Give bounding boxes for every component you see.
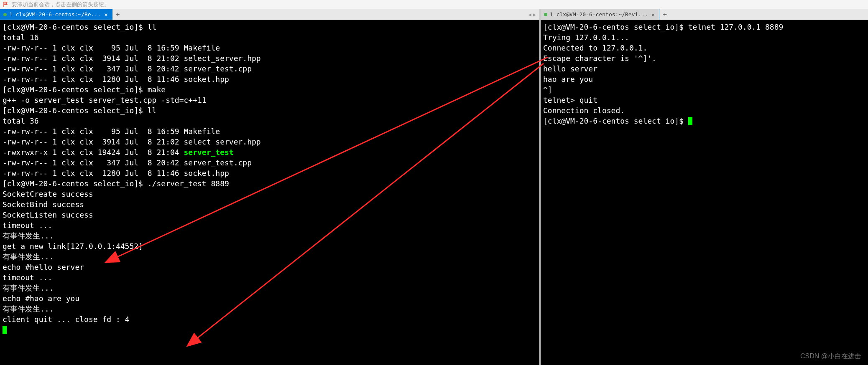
terminal-line: timeout ... bbox=[3, 272, 537, 283]
prev-tab-icon[interactable]: ◀ bbox=[528, 12, 531, 18]
terminal-line: [clx@VM-20-6-centos select_io]$ telnet 1… bbox=[543, 22, 865, 32]
tabbar-spacer bbox=[123, 9, 528, 20]
terminal-line: echo #hao are you bbox=[3, 293, 537, 304]
top-hint-bar: 要添加当前会话，点击左侧的箭头按钮。 bbox=[0, 0, 868, 9]
cursor-icon bbox=[3, 326, 7, 334]
new-tab-button[interactable]: + bbox=[659, 9, 670, 20]
terminal-text: hao are you bbox=[543, 75, 593, 84]
terminal-line: -rw-rw-r-- 1 clx clx 1280 Jul 8 11:46 so… bbox=[3, 168, 537, 178]
terminal-line: client quit ... close fd : 4 bbox=[3, 314, 537, 324]
status-dot-icon bbox=[3, 13, 7, 16]
terminal-line: 有事件发生... bbox=[3, 231, 537, 241]
terminal-line: -rwxrwxr-x 1 clx clx 19424 Jul 8 21:04 s… bbox=[3, 147, 537, 157]
terminal-text: Escape character is '^]'. bbox=[543, 54, 656, 63]
terminal-line: total 16 bbox=[3, 32, 537, 43]
next-tab-icon[interactable]: ▶ bbox=[533, 12, 536, 18]
terminal-line: [clx@VM-20-6-centos select_io]$ make bbox=[3, 84, 537, 95]
terminal-text: [clx@VM-20-6-centos select_io]$ ll bbox=[3, 106, 156, 115]
right-terminal[interactable]: [clx@VM-20-6-centos select_io]$ telnet 1… bbox=[541, 20, 868, 365]
terminal-text: [clx@VM-20-6-centos select_io]$ make bbox=[3, 85, 166, 94]
tab-right-session-1[interactable]: 1 clx@VM-20-6-centos:~/Revi... × bbox=[541, 9, 659, 20]
terminal-text: [clx@VM-20-6-centos select_io]$ ./server… bbox=[3, 179, 229, 188]
terminal-line: timeout ... bbox=[3, 220, 537, 231]
terminal-text: SocketBind success bbox=[3, 200, 84, 209]
terminal-text: -rw-rw-r-- 1 clx clx 347 Jul 8 20:42 ser… bbox=[3, 158, 252, 167]
terminal-text: timeout ... bbox=[3, 273, 52, 282]
terminal-text: -rw-rw-r-- 1 clx clx 95 Jul 8 16:59 Make… bbox=[3, 43, 220, 52]
terminal-line: -rw-rw-r-- 1 clx clx 347 Jul 8 20:42 ser… bbox=[3, 157, 537, 168]
left-terminal[interactable]: [clx@VM-20-6-centos select_io]$ lltotal … bbox=[0, 20, 539, 365]
tab-nav-arrows: ◀ ▶ bbox=[528, 9, 539, 20]
terminal-line: -rw-rw-r-- 1 clx clx 347 Jul 8 20:42 ser… bbox=[3, 63, 537, 74]
terminal-text: g++ -o server_test server_test.cpp -std=… bbox=[3, 96, 207, 104]
terminal-text: -rw-rw-r-- 1 clx clx 347 Jul 8 20:42 ser… bbox=[3, 64, 252, 73]
terminal-text: [clx@VM-20-6-centos select_io]$ telnet 1… bbox=[543, 23, 783, 31]
terminal-text: 有事件发生... bbox=[3, 304, 54, 313]
tab-label: 1 clx@VM-20-6-centos:~/Revi... bbox=[550, 11, 648, 18]
terminal-line: -rw-rw-r-- 1 clx clx 95 Jul 8 16:59 Make… bbox=[3, 43, 537, 53]
terminal-text: total 16 bbox=[3, 33, 39, 42]
terminal-line: 有事件发生... bbox=[3, 251, 537, 262]
terminal-text: timeout ... bbox=[3, 221, 52, 230]
terminal-line: 有事件发生... bbox=[3, 283, 537, 293]
tab-close-button[interactable]: × bbox=[103, 11, 108, 18]
terminal-text: telnet> quit bbox=[543, 96, 597, 104]
terminal-line: Connection closed. bbox=[543, 105, 865, 116]
terminal-text: -rw-rw-r-- 1 clx clx 3914 Jul 8 21:02 se… bbox=[3, 54, 261, 63]
terminal-text: 有事件发生... bbox=[3, 284, 54, 292]
terminal-text: [clx@VM-20-6-centos select_io]$ bbox=[543, 117, 688, 125]
terminal-text: Connection closed. bbox=[543, 106, 625, 115]
terminal-text: total 36 bbox=[3, 117, 39, 125]
terminal-line: Escape character is '^]'. bbox=[543, 53, 865, 63]
terminal-line: [clx@VM-20-6-centos select_io]$ ./server… bbox=[3, 178, 537, 189]
terminal-text: 有事件发生... bbox=[3, 231, 54, 240]
terminal-line: SocketCreate success bbox=[3, 189, 537, 199]
tab-left-session-1[interactable]: 1 clx@VM-20-6-centos:~/Re... × bbox=[0, 9, 112, 20]
terminal-text: ^] bbox=[543, 85, 552, 94]
terminal-line: -rw-rw-r-- 1 clx clx 3914 Jul 8 21:02 se… bbox=[3, 137, 537, 147]
terminal-line: Trying 127.0.0.1... bbox=[543, 32, 865, 43]
terminal-line: ^] bbox=[543, 84, 865, 95]
terminal-text: client quit ... close fd : 4 bbox=[3, 315, 129, 324]
terminal-line: g++ -o server_test server_test.cpp -std=… bbox=[3, 95, 537, 105]
terminal-text: -rw-rw-r-- 1 clx clx 95 Jul 8 16:59 Make… bbox=[3, 127, 220, 136]
terminal-text: server_test bbox=[184, 148, 233, 157]
cursor-icon bbox=[688, 117, 692, 125]
terminal-text: hello server bbox=[543, 64, 597, 73]
terminal-text: Trying 127.0.0.1... bbox=[543, 33, 629, 42]
tab-label: 1 clx@VM-20-6-centos:~/Re... bbox=[9, 11, 101, 18]
terminal-line: [clx@VM-20-6-centos select_io]$ bbox=[543, 116, 865, 126]
hint-text: 要添加当前会话，点击左侧的箭头按钮。 bbox=[12, 1, 110, 8]
tab-close-button[interactable]: × bbox=[651, 11, 656, 18]
terminal-text: get a new link[127.0.0.1:44552] bbox=[3, 242, 143, 251]
terminal-text: Connected to 127.0.0.1. bbox=[543, 43, 647, 52]
terminal-text: echo #hello server bbox=[3, 263, 84, 271]
pane-container: 1 clx@VM-20-6-centos:~/Re... × + ◀ ▶ [cl… bbox=[0, 9, 868, 365]
terminal-line: SocketBind success bbox=[3, 199, 537, 210]
terminal-line: Connected to 127.0.0.1. bbox=[543, 43, 865, 53]
terminal-line: [clx@VM-20-6-centos select_io]$ ll bbox=[3, 22, 537, 32]
terminal-line: -rw-rw-r-- 1 clx clx 1280 Jul 8 11:46 so… bbox=[3, 74, 537, 84]
terminal-line: [clx@VM-20-6-centos select_io]$ ll bbox=[3, 105, 537, 116]
watermark: CSDN @小白在进击 bbox=[800, 352, 861, 361]
terminal-text: SocketListen success bbox=[3, 210, 93, 219]
terminal-text: [clx@VM-20-6-centos select_io]$ ll bbox=[3, 23, 156, 31]
flag-icon bbox=[3, 2, 9, 8]
left-pane: 1 clx@VM-20-6-centos:~/Re... × + ◀ ▶ [cl… bbox=[0, 9, 539, 365]
left-tabbar: 1 clx@VM-20-6-centos:~/Re... × + ◀ ▶ bbox=[0, 9, 539, 20]
terminal-line: hao are you bbox=[543, 74, 865, 84]
terminal-text: echo #hao are you bbox=[3, 294, 79, 303]
right-pane: 1 clx@VM-20-6-centos:~/Revi... × + [clx@… bbox=[541, 9, 868, 365]
terminal-text: -rw-rw-r-- 1 clx clx 1280 Jul 8 11:46 so… bbox=[3, 169, 229, 177]
new-tab-button[interactable]: + bbox=[112, 9, 123, 20]
terminal-text: 有事件发生... bbox=[3, 252, 54, 261]
status-dot-icon bbox=[544, 13, 547, 16]
terminal-text: SocketCreate success bbox=[3, 190, 93, 198]
terminal-text: -rw-rw-r-- 1 clx clx 3914 Jul 8 21:02 se… bbox=[3, 137, 261, 146]
terminal-line: echo #hello server bbox=[3, 262, 537, 272]
right-tabbar: 1 clx@VM-20-6-centos:~/Revi... × + bbox=[541, 9, 868, 20]
terminal-line: -rw-rw-r-- 1 clx clx 95 Jul 8 16:59 Make… bbox=[3, 126, 537, 137]
terminal-line: SocketListen success bbox=[3, 210, 537, 220]
terminal-line: get a new link[127.0.0.1:44552] bbox=[3, 241, 537, 251]
terminal-line: hello server bbox=[543, 63, 865, 74]
